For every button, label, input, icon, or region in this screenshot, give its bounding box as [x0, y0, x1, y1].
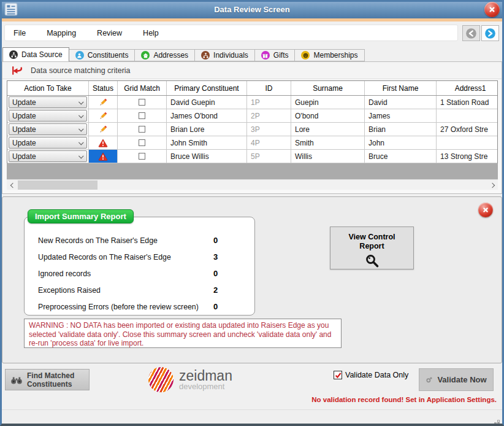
window-title: Data Review Screen — [0, 5, 504, 14]
data-source-icon — [9, 50, 18, 59]
house-icon — [141, 51, 150, 60]
address1-cell — [437, 109, 498, 122]
tab-addresses[interactable]: Addresses — [135, 49, 195, 61]
table-row[interactable]: Update Bruce Willis 5P Willis Bruce 13 S… — [7, 150, 497, 163]
grid-match-checkbox[interactable] — [139, 112, 145, 119]
primary-constituent-cell: David Guepin — [167, 96, 247, 109]
stat-label: Exceptions Raised — [25, 286, 213, 295]
action-dropdown[interactable]: Update — [9, 123, 87, 135]
id-cell: 3P — [247, 123, 291, 136]
window-close-button[interactable] — [484, 2, 500, 17]
stat-ignored-records: Ignored records 0 — [25, 265, 254, 282]
surname-cell: O'bond — [291, 109, 365, 122]
action-dropdown[interactable]: Update — [9, 110, 87, 122]
action-value: Update — [9, 98, 76, 107]
grid-match-checkbox[interactable] — [139, 139, 145, 146]
first-name-cell: John — [365, 136, 437, 149]
arrow-left-icon — [465, 27, 478, 40]
validate-now-label: Validate Now — [437, 375, 486, 384]
gear-icon — [426, 376, 433, 384]
logo-name: zeidman — [179, 369, 232, 382]
grid-match-checkbox[interactable] — [139, 153, 145, 160]
tab-label: Individuals — [213, 51, 248, 60]
summary-stats-box: New Records on The Raiser's Edge 0 Updat… — [24, 217, 255, 316]
chevron-down-icon — [76, 97, 86, 107]
stat-label: Preprocessing Errors (before the review … — [25, 303, 213, 311]
status-cell[interactable] — [89, 123, 118, 136]
col-action-to-take: Action To Take — [7, 81, 89, 95]
menu-review[interactable]: Review — [94, 28, 124, 39]
stat-updated-records: Updated Records on The Raiser's Edge 3 — [25, 249, 254, 265]
menu-bar: File Mapping Review Help — [0, 21, 504, 46]
table-row[interactable]: Update David Guepin 1P Guepin David 1 St… — [7, 96, 497, 109]
tab-individuals[interactable]: Individuals — [195, 49, 255, 61]
close-icon — [481, 206, 490, 214]
action-cell: Update — [7, 136, 89, 149]
scroll-right-arrow[interactable] — [487, 180, 498, 190]
id-cell: 2P — [247, 109, 291, 122]
address1-cell: 1 Station Road — [437, 96, 498, 109]
col-grid-match: Grid Match — [118, 81, 167, 95]
status-bar — [0, 409, 504, 426]
scrollbar-thumb[interactable] — [18, 180, 97, 190]
table-row[interactable]: Update John Smith 4P Smith John — [7, 136, 497, 150]
tab-constituents[interactable]: Constituents — [69, 49, 136, 61]
tab-data-source[interactable]: Data Source — [2, 47, 69, 61]
view-control-report-button[interactable]: View Control Report — [330, 227, 414, 269]
action-value: Update — [9, 139, 76, 147]
action-dropdown[interactable]: Update — [9, 137, 87, 149]
tab-label: Gifts — [273, 51, 289, 60]
action-cell: Update — [7, 123, 89, 136]
tab-label: Memberships — [313, 51, 357, 60]
menu-mapping[interactable]: Mapping — [44, 28, 78, 39]
membership-icon — [301, 51, 310, 60]
stat-value: 3 — [213, 252, 218, 261]
stat-value: 0 — [213, 269, 218, 278]
matching-criteria-header[interactable]: Data source matching criteria — [2, 62, 502, 79]
chevron-down-icon — [76, 151, 86, 161]
status-cell[interactable] — [89, 109, 118, 122]
primary-constituent-cell: James O'bond — [167, 109, 247, 122]
tab-memberships[interactable]: Memberships — [295, 49, 364, 61]
resize-grip[interactable] — [498, 420, 499, 422]
validate-only-checkbox[interactable] — [334, 371, 342, 379]
warning-icon — [98, 152, 108, 161]
stat-label: Updated Records on The Raiser's Edge — [25, 253, 213, 261]
validation-record-note: No validation record found! Set in Appli… — [311, 396, 497, 403]
check-icon — [335, 372, 342, 379]
pencil-icon — [98, 111, 108, 121]
import-summary-panel: Import Summary Report New Records on The… — [2, 196, 502, 363]
action-value: Update — [9, 112, 76, 120]
find-matched-constituents-button[interactable]: Find Matched Constituents — [5, 369, 90, 390]
summary-close-button[interactable] — [478, 203, 493, 217]
action-value: Update — [9, 152, 76, 161]
menu-file[interactable]: File — [11, 28, 28, 39]
validate-now-button[interactable]: Validate Now — [419, 368, 494, 391]
col-id: ID — [247, 81, 291, 95]
summary-title-badge: Import Summary Report — [28, 209, 134, 223]
menu-help[interactable]: Help — [140, 28, 161, 39]
status-cell[interactable] — [89, 150, 118, 163]
table-row[interactable]: Update Brian Lore 3P Lore Brian 27 Oxfor… — [7, 123, 497, 136]
grid-match-checkbox[interactable] — [139, 126, 145, 133]
table-row[interactable]: Update James O'bond 2P O'bond James — [7, 109, 497, 123]
logo-subtitle: development — [179, 382, 232, 391]
horizontal-scrollbar[interactable] — [7, 179, 498, 190]
tab-gifts[interactable]: Gifts — [255, 49, 296, 61]
status-cell[interactable] — [89, 136, 118, 149]
data-source-panel: Data source matching criteria Action To … — [2, 61, 502, 194]
action-dropdown[interactable]: Update — [9, 96, 87, 108]
action-dropdown[interactable]: Update — [9, 150, 87, 162]
status-cell[interactable] — [89, 96, 118, 109]
grid-match-cell — [118, 136, 167, 149]
pencil-icon — [98, 98, 108, 107]
org-icon — [201, 51, 210, 60]
scroll-left-arrow[interactable] — [7, 180, 17, 190]
nav-back-button[interactable] — [462, 25, 480, 41]
stat-new-records: New Records on The Raiser's Edge 0 — [25, 232, 254, 249]
address1-cell: 13 Strong Stre — [437, 150, 498, 163]
first-name-cell: Brian — [365, 123, 437, 136]
surname-cell: Smith — [291, 136, 365, 149]
nav-forward-button[interactable] — [481, 25, 499, 41]
grid-match-checkbox[interactable] — [139, 99, 145, 106]
